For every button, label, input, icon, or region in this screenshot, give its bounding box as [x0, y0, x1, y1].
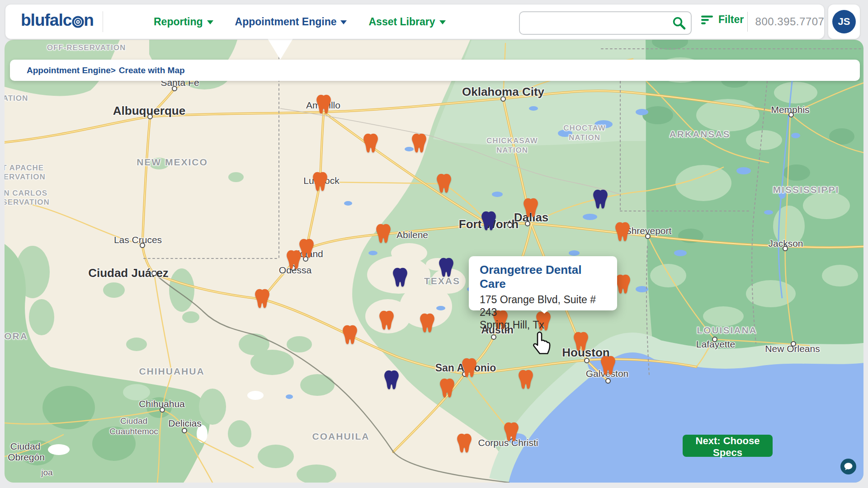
map-marker-tooth-orange[interactable] [316, 94, 332, 115]
filter-icon [701, 14, 714, 25]
map-marker-tooth-orange[interactable] [456, 433, 473, 454]
chat-icon [844, 462, 853, 471]
map-markers-layer [5, 40, 863, 483]
map-marker-tooth-orange[interactable] [254, 289, 271, 309]
main-nav: Reporting Appointment Engine Asset Libra… [154, 5, 446, 39]
avatar[interactable]: JS [832, 10, 856, 33]
breadcrumb: Appointment Engine> Create with Map [10, 60, 860, 81]
logo-text-prefix: blufalc [21, 11, 71, 30]
nav-label: Asset Library [368, 16, 435, 28]
map-marker-tooth-orange[interactable] [312, 172, 329, 192]
map-canvas[interactable]: OFF-RESERVATIONATIONSanta FeAlbuquerqueN… [5, 40, 863, 483]
map-marker-tooth-navy[interactable] [592, 189, 609, 210]
map-marker-tooth-orange[interactable] [342, 325, 359, 345]
map-marker-tooth-orange[interactable] [518, 370, 534, 390]
map-marker-tooth-orange[interactable] [615, 274, 632, 295]
map-marker-tooth-orange[interactable] [573, 332, 590, 352]
phone-number: 800.395.7707 [754, 15, 826, 28]
chevron-down-icon [340, 20, 347, 24]
map-marker-tooth-navy[interactable] [481, 211, 497, 231]
search-icon[interactable] [672, 16, 686, 30]
next-choose-specs-button[interactable]: Next: Choose Specs [683, 435, 773, 457]
map-marker-tooth-orange[interactable] [461, 358, 478, 378]
nav-item-asset-library[interactable]: Asset Library [368, 16, 445, 28]
map-marker-tooth-orange[interactable] [523, 198, 539, 218]
nav-item-appointment-engine[interactable]: Appointment Engine [235, 16, 347, 28]
map-marker-tooth-orange[interactable] [419, 313, 436, 333]
header-divider [103, 11, 103, 32]
location-popup: Orangetree Dental Care 175 Orange Blvd, … [469, 256, 617, 310]
avatar-card: JS [828, 5, 860, 39]
nav-item-reporting[interactable]: Reporting [154, 16, 213, 28]
popup-address-line1: 175 Orange Blvd, Suite # 243 [480, 293, 609, 319]
map-marker-tooth-orange[interactable] [375, 224, 392, 244]
search-box [519, 11, 692, 35]
map-marker-tooth-orange[interactable] [378, 310, 395, 331]
nav-label: Appointment Engine [235, 16, 337, 28]
top-nav-bar: blufalc n Reporting Appointment Engine A… [5, 5, 824, 39]
breadcrumb-trail[interactable]: Appointment Engine> [27, 66, 116, 75]
logo-text-suffix: n [84, 11, 94, 30]
map-marker-tooth-navy[interactable] [438, 258, 455, 278]
popup-title: Orangetree Dental Care [480, 263, 609, 291]
chat-bubble-button[interactable] [840, 459, 856, 474]
map-marker-tooth-orange[interactable] [503, 422, 520, 442]
map-marker-tooth-orange[interactable] [363, 133, 379, 154]
filter-button[interactable]: Filter [701, 14, 744, 26]
filter-label: Filter [718, 14, 744, 26]
search-input[interactable] [519, 11, 692, 35]
popup-address-line2: Spring Hill, Tx [480, 319, 609, 331]
map-marker-tooth-orange[interactable] [439, 378, 456, 399]
hand-cursor-icon [532, 331, 552, 354]
map-marker-tooth-orange[interactable] [436, 174, 453, 194]
chevron-down-icon [439, 20, 446, 24]
map-marker-tooth-navy[interactable] [383, 370, 400, 390]
nav-label: Reporting [154, 16, 203, 28]
map-marker-tooth-orange[interactable] [286, 250, 302, 270]
breadcrumb-current: Create with Map [119, 66, 185, 75]
map-marker-tooth-orange[interactable] [614, 222, 631, 242]
header-divider [747, 12, 748, 32]
map-marker-tooth-navy[interactable] [392, 267, 409, 288]
page: { "header": { "logo_prefix": "blufalc", … [0, 0, 868, 488]
map-marker-tooth-orange[interactable] [600, 356, 617, 376]
map-marker-tooth-orange[interactable] [411, 133, 428, 154]
logo[interactable]: blufalc n [21, 11, 94, 30]
chevron-down-icon [207, 20, 213, 24]
active-nav-caret [267, 38, 293, 60]
logo-spiral-o-icon [72, 16, 84, 28]
